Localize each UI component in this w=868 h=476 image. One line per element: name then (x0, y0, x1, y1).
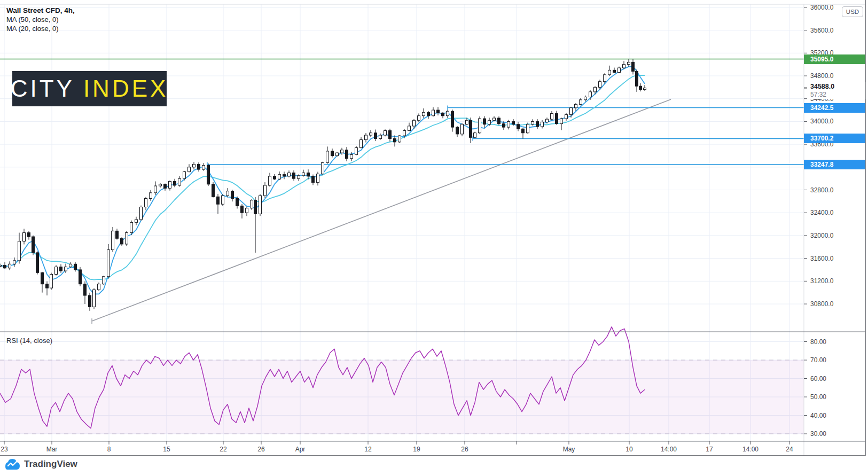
candle[interactable] (461, 123, 464, 136)
candle[interactable] (140, 206, 143, 221)
candle[interactable] (312, 175, 315, 185)
candle[interactable] (360, 137, 363, 149)
candle[interactable] (217, 194, 220, 214)
candle[interactable] (584, 96, 587, 102)
candle[interactable] (116, 229, 119, 240)
candle[interactable] (398, 135, 401, 143)
candle[interactable] (0, 263, 2, 267)
candle[interactable] (355, 146, 358, 155)
candle[interactable] (65, 264, 67, 274)
candle[interactable] (9, 261, 11, 270)
price-axis[interactable]: 36000.035600.035200.034800.034400.034000… (804, 4, 834, 438)
candle[interactable] (60, 264, 62, 272)
candle[interactable] (93, 288, 96, 309)
candle[interactable] (639, 83, 642, 91)
candle[interactable] (283, 171, 286, 179)
candle[interactable] (556, 111, 558, 124)
candle[interactable] (618, 67, 621, 73)
candle[interactable] (317, 172, 319, 186)
candle[interactable] (551, 111, 553, 120)
time-axis[interactable]: 23Mar8152226Apr121926May1014:001714:0024 (1, 441, 793, 453)
candle[interactable] (98, 283, 100, 291)
candle[interactable] (517, 122, 520, 131)
candle[interactable] (418, 113, 420, 122)
candle[interactable] (269, 173, 271, 186)
candle[interactable] (28, 231, 30, 239)
candle[interactable] (341, 148, 343, 155)
candle[interactable] (507, 120, 510, 129)
candle[interactable] (84, 282, 87, 304)
candle[interactable] (623, 61, 625, 69)
candle[interactable] (322, 162, 324, 175)
candle[interactable] (565, 113, 568, 121)
trendline[interactable] (92, 99, 671, 324)
candle[interactable] (178, 176, 181, 187)
candle[interactable] (103, 276, 105, 285)
candle[interactable] (423, 108, 425, 118)
candle[interactable] (278, 171, 281, 180)
candle[interactable] (613, 68, 616, 73)
candle[interactable] (408, 123, 411, 131)
candle[interactable] (632, 59, 635, 74)
candle[interactable] (79, 267, 82, 286)
candle[interactable] (254, 197, 257, 253)
indicator-ma50-label[interactable]: MA (50, close, 0) (6, 15, 75, 24)
candle[interactable] (288, 170, 291, 177)
candle[interactable] (112, 227, 114, 252)
candle[interactable] (150, 190, 152, 201)
candle[interactable] (644, 85, 646, 91)
candle[interactable] (456, 126, 459, 137)
candle[interactable] (293, 170, 295, 181)
candle[interactable] (604, 73, 606, 83)
candle[interactable] (164, 184, 167, 191)
candle[interactable] (135, 217, 138, 225)
candle[interactable] (159, 183, 162, 188)
candle[interactable] (202, 163, 205, 170)
candle[interactable] (350, 152, 353, 161)
candle[interactable] (32, 236, 35, 255)
candle[interactable] (273, 174, 276, 180)
candle[interactable] (246, 207, 248, 216)
candle[interactable] (536, 119, 539, 129)
candle[interactable] (207, 163, 210, 186)
candle[interactable] (479, 116, 481, 134)
candle[interactable] (427, 111, 430, 119)
candle[interactable] (74, 262, 77, 271)
candle[interactable] (374, 129, 377, 141)
candle[interactable] (193, 162, 196, 169)
candle[interactable] (302, 170, 305, 177)
candle[interactable] (493, 116, 496, 122)
rsi-legend[interactable]: RSI (14, close) (6, 337, 52, 345)
candle[interactable] (259, 194, 262, 216)
candle[interactable] (107, 244, 110, 279)
tradingview-attribution[interactable]: TradingView (5, 458, 77, 470)
candle[interactable] (121, 237, 123, 246)
candle[interactable] (55, 265, 58, 275)
candle[interactable] (580, 98, 582, 105)
candle[interactable] (198, 162, 200, 171)
candle[interactable] (437, 107, 440, 115)
candle[interactable] (212, 182, 215, 198)
candle[interactable] (370, 130, 372, 137)
candle[interactable] (50, 272, 53, 290)
candle[interactable] (36, 251, 39, 274)
candle[interactable] (531, 119, 534, 126)
candle[interactable] (498, 116, 501, 126)
candle[interactable] (636, 69, 638, 92)
symbol-title[interactable]: Wall Street CFD, 4h, (6, 6, 75, 15)
candle[interactable] (174, 179, 176, 188)
candle[interactable] (169, 181, 171, 191)
candle[interactable] (474, 132, 476, 138)
candle[interactable] (522, 128, 525, 139)
candle[interactable] (222, 194, 224, 206)
candle[interactable] (527, 123, 529, 134)
candle[interactable] (384, 129, 387, 136)
candle[interactable] (608, 66, 611, 76)
candle[interactable] (365, 133, 367, 143)
candle[interactable] (470, 118, 472, 143)
candle[interactable] (326, 146, 329, 163)
candle[interactable] (628, 59, 630, 67)
candle[interactable] (188, 164, 191, 172)
candle[interactable] (126, 231, 128, 246)
candle[interactable] (389, 129, 392, 142)
